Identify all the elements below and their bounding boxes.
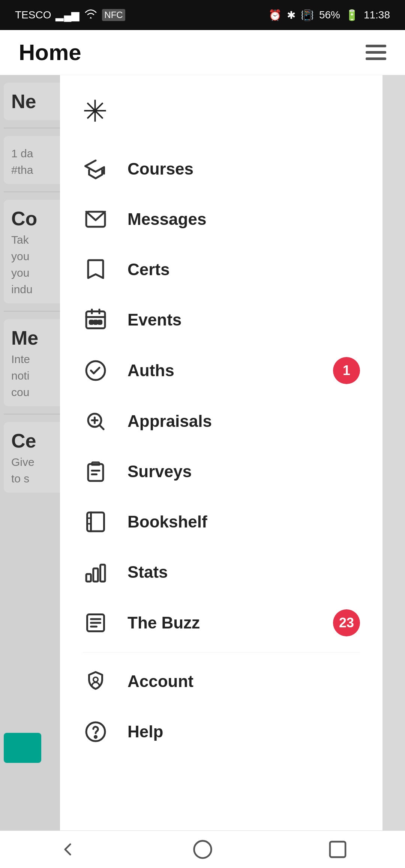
auths-label: Auths (128, 361, 314, 380)
navigation-drawer: ✳ Courses Messages Certs (60, 75, 382, 830)
hamburger-line-3 (366, 57, 386, 60)
battery-icon: 🔋 (345, 9, 358, 21)
vibrate-icon: 📳 (301, 9, 314, 21)
svg-rect-11 (100, 565, 105, 582)
bookmark-icon (82, 256, 109, 283)
bookshelf-label: Bookshelf (128, 512, 360, 531)
help-circle-icon (82, 719, 109, 745)
nav-item-stats[interactable]: Stats (60, 547, 382, 597)
hamburger-line-1 (366, 45, 386, 47)
app-logo: ✳ (60, 86, 382, 144)
the-buzz-label: The Buzz (128, 613, 314, 632)
signal-icon: ▂▄▆ (56, 9, 80, 21)
clock-label: 11:38 (364, 9, 390, 21)
home-button[interactable] (188, 835, 218, 865)
carrier-label: TESCO (15, 9, 51, 21)
bar-chart-icon (82, 559, 109, 585)
status-bar: TESCO ▂▄▆ NFC ⏰ ✱ 📳 56% 🔋 11:38 (0, 0, 405, 30)
nav-divider (82, 652, 360, 653)
svg-rect-2 (90, 321, 93, 324)
alarm-icon: ⏰ (268, 9, 282, 21)
nav-item-courses[interactable]: Courses (60, 144, 382, 194)
menu-button[interactable] (366, 45, 386, 60)
surveys-label: Surveys (128, 462, 360, 481)
app-logo-icon: ✳ (82, 94, 108, 129)
nav-item-events[interactable]: Events (60, 295, 382, 345)
svg-rect-10 (93, 568, 98, 582)
check-circle-icon (82, 357, 109, 384)
status-left: TESCO ▂▄▆ NFC (15, 9, 125, 22)
svg-point-16 (194, 841, 211, 858)
nav-item-messages[interactable]: Messages (60, 194, 382, 244)
svg-point-15 (95, 736, 96, 738)
nav-item-auths[interactable]: Auths 1 (60, 345, 382, 396)
svg-point-13 (93, 677, 98, 682)
bluetooth-icon: ✱ (287, 9, 296, 21)
status-right: ⏰ ✱ 📳 56% 🔋 11:38 (268, 9, 390, 21)
mail-icon (82, 206, 109, 232)
nav-item-the-buzz[interactable]: The Buzz 23 (60, 597, 382, 648)
calendar-icon (82, 307, 109, 333)
nav-item-bookshelf[interactable]: Bookshelf (60, 497, 382, 547)
wifi-icon (84, 9, 98, 22)
stats-label: Stats (128, 563, 360, 582)
svg-rect-9 (86, 574, 91, 582)
messages-label: Messages (128, 210, 360, 229)
nav-item-account[interactable]: Account (60, 656, 382, 707)
certs-label: Certs (128, 260, 360, 279)
appraisals-label: Appraisals (128, 412, 360, 431)
svg-rect-4 (99, 321, 102, 324)
bottom-navigation (0, 830, 405, 868)
nav-item-help[interactable]: Help (60, 707, 382, 757)
svg-rect-7 (88, 464, 103, 481)
svg-rect-8 (87, 512, 104, 531)
svg-rect-3 (94, 321, 97, 324)
header: Home (0, 30, 405, 75)
the-buzz-badge: 23 (333, 609, 360, 636)
book-icon (82, 509, 109, 535)
account-label: Account (128, 672, 360, 691)
courses-label: Courses (128, 160, 360, 178)
news-icon (82, 610, 109, 636)
nav-item-surveys[interactable]: Surveys (60, 446, 382, 497)
search-up-icon (82, 408, 109, 434)
clipboard-icon (82, 458, 109, 485)
nav-item-certs[interactable]: Certs (60, 244, 382, 295)
events-label: Events (128, 310, 360, 329)
help-label: Help (128, 722, 360, 741)
nfc-icon: NFC (102, 9, 125, 21)
auths-badge: 1 (333, 357, 360, 384)
nav-item-appraisals[interactable]: Appraisals (60, 396, 382, 446)
battery-label: 56% (319, 9, 340, 21)
page-title: Home (19, 39, 81, 65)
person-shield-icon (82, 668, 109, 695)
hamburger-line-2 (366, 51, 386, 54)
svg-rect-17 (330, 842, 345, 857)
back-button[interactable] (52, 835, 82, 865)
graduation-cap-icon (82, 156, 109, 182)
recents-button[interactable] (322, 835, 352, 865)
